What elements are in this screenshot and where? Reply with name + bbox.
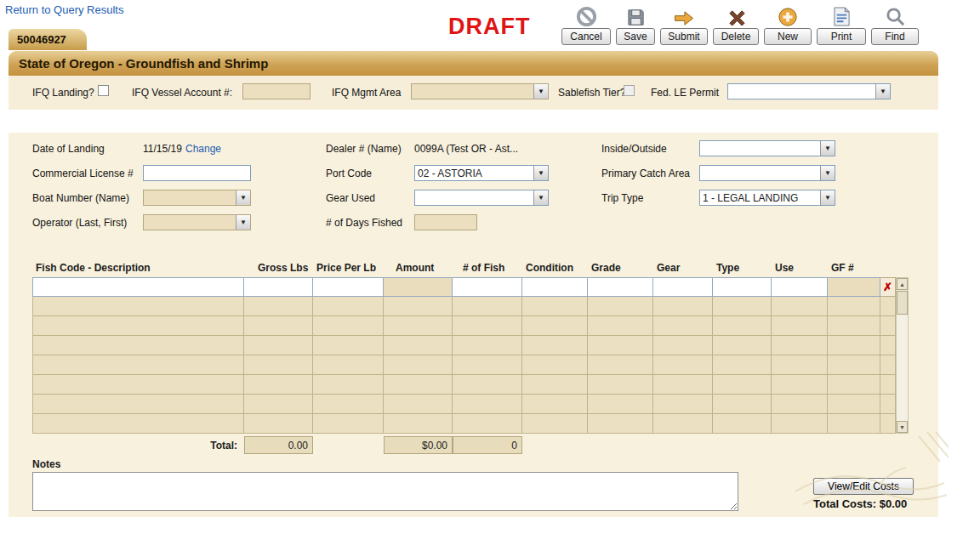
scroll-down-arrow[interactable]: ▼ [897, 421, 908, 433]
ifq-section: IFQ Landing? IFQ Vessel Account #: IFQ M… [9, 76, 938, 110]
gear-used-value [415, 190, 533, 205]
dealer-label: Dealer # (Name) [326, 143, 402, 155]
col-use: Use [772, 260, 828, 276]
dealer-value: 0099A (Test OR - Ast... [414, 143, 518, 155]
type-input[interactable] [713, 277, 772, 297]
chevron-down-icon: ▼ [875, 84, 890, 99]
total-costs-text: Total Costs: $0.00 [813, 497, 907, 510]
ticket-number: 50046927 [17, 33, 66, 46]
grade-input[interactable] [588, 277, 653, 297]
days-fished-input[interactable] [414, 214, 477, 230]
submit-toolbar-item[interactable]: Submit [660, 5, 708, 45]
new-button[interactable]: New [764, 28, 812, 45]
scrollbar-thumb[interactable] [897, 291, 908, 315]
primary-catch-area-label: Primary Catch Area [601, 168, 690, 179]
ifq-landing-checkbox[interactable] [98, 85, 109, 96]
print-toolbar-item[interactable]: Print [817, 5, 866, 45]
fish-code-input[interactable] [32, 277, 244, 297]
delete-button[interactable]: Delete [713, 28, 759, 45]
delete-row-cell: ✗ [880, 277, 896, 297]
chevron-down-icon: ▼ [533, 166, 548, 180]
catch-table-totals: Total: 0.00 $0.00 0 [32, 436, 896, 454]
gear-used-label: Gear Used [326, 192, 375, 204]
col-gross-lbs: Gross Lbs [244, 260, 313, 276]
save-icon [626, 5, 646, 27]
fed-le-permit-label: Fed. LE Permit [651, 87, 719, 99]
operator-select[interactable]: ▼ [143, 214, 251, 230]
col-type: Type [713, 260, 772, 276]
num-fish-input[interactable] [453, 277, 522, 297]
find-button[interactable]: Find [871, 28, 919, 45]
ifq-vessel-account-input[interactable] [242, 83, 311, 99]
ifq-mgmt-area-select[interactable]: ▼ [411, 83, 549, 99]
gear-input[interactable] [653, 277, 713, 297]
use-input[interactable] [772, 277, 828, 297]
gear-used-select[interactable]: ▼ [414, 190, 549, 206]
col-fish-code: Fish Code - Description [32, 260, 244, 276]
col-gf-number: GF # [828, 260, 880, 276]
landing-form-section: Date of Landing 11/15/19 Change Commerci… [9, 133, 938, 517]
operator-label: Operator (Last, First) [32, 217, 127, 229]
change-date-link[interactable]: Change [185, 143, 221, 155]
save-toolbar-item[interactable]: Save [616, 5, 655, 45]
port-code-label: Port Code [326, 168, 372, 179]
ticket-number-tab[interactable]: 50046927 [9, 29, 87, 50]
ifq-vessel-account-label: IFQ Vessel Account #: [132, 87, 232, 99]
delete-icon [726, 5, 746, 27]
boat-number-select[interactable]: ▼ [143, 190, 251, 206]
gross-lbs-input[interactable] [244, 277, 313, 297]
port-code-select[interactable]: 02 - ASTORIA ▼ [414, 165, 549, 181]
delete-row-icon[interactable]: ✗ [883, 281, 892, 293]
chevron-down-icon: ▼ [533, 84, 548, 99]
primary-catch-area-select[interactable]: ▼ [699, 165, 835, 181]
notes-label: Notes [32, 458, 60, 470]
trip-type-label: Trip Type [601, 192, 643, 204]
col-condition: Condition [522, 260, 588, 276]
cancel-button[interactable]: Cancel [561, 28, 611, 45]
ifq-mgmt-area-value [412, 84, 533, 99]
delete-toolbar-item[interactable]: Delete [713, 5, 759, 45]
boat-number-value [144, 190, 236, 205]
primary-catch-area-value [700, 166, 820, 180]
cancel-toolbar-item[interactable]: Cancel [561, 5, 611, 45]
page-title-bar: State of Oregon - Groundfish and Shrimp [9, 51, 938, 76]
fed-le-permit-value [728, 84, 875, 99]
ifq-landing-label: IFQ Landing? [32, 87, 94, 99]
catch-row-empty [32, 297, 896, 316]
chevron-down-icon: ▼ [820, 190, 835, 205]
date-of-landing-value: 11/15/19 [143, 143, 182, 155]
col-num-fish: # of Fish [453, 260, 522, 276]
find-toolbar-item[interactable]: Find [871, 5, 919, 45]
price-per-lb-input[interactable] [313, 277, 384, 297]
inside-outside-select[interactable]: ▼ [699, 140, 835, 156]
commercial-license-label: Commercial License # [32, 168, 134, 179]
save-button[interactable]: Save [616, 28, 655, 45]
page-title: State of Oregon - Groundfish and Shrimp [19, 56, 268, 71]
submit-button[interactable]: Submit [660, 28, 708, 45]
catch-row-empty [32, 375, 896, 395]
sablefish-tier-label: Sablefish Tier? [558, 87, 625, 99]
trip-type-value: 1 - LEGAL LANDING [700, 190, 820, 205]
notes-textarea[interactable] [32, 472, 738, 511]
total-num-fish: 0 [453, 436, 522, 454]
ifq-mgmt-area-label: IFQ Mgmt Area [332, 87, 401, 99]
sablefish-tier-checkbox[interactable] [624, 85, 635, 96]
commercial-license-input[interactable] [143, 165, 251, 181]
col-amount: Amount [384, 260, 453, 276]
table-scrollbar[interactable]: ▲ ▼ [896, 277, 909, 434]
fed-le-permit-select[interactable]: ▼ [727, 83, 891, 99]
trip-type-select[interactable]: 1 - LEGAL LANDING ▼ [699, 190, 835, 206]
return-to-query-results-link[interactable]: Return to Query Results [5, 3, 123, 16]
toolbar: Cancel Save Submit Delete New [561, 5, 919, 45]
total-amount: $0.00 [384, 436, 453, 454]
view-edit-costs-button[interactable]: View/Edit Costs [813, 478, 914, 495]
date-of-landing-label: Date of Landing [32, 143, 105, 155]
new-toolbar-item[interactable]: New [764, 5, 812, 45]
catch-row-empty [32, 395, 896, 414]
condition-input[interactable] [522, 277, 588, 297]
amount-field [384, 277, 453, 297]
print-button[interactable]: Print [817, 28, 866, 45]
chevron-down-icon: ▼ [533, 190, 548, 205]
inside-outside-value [700, 141, 820, 156]
scroll-up-arrow[interactable]: ▲ [897, 278, 908, 290]
